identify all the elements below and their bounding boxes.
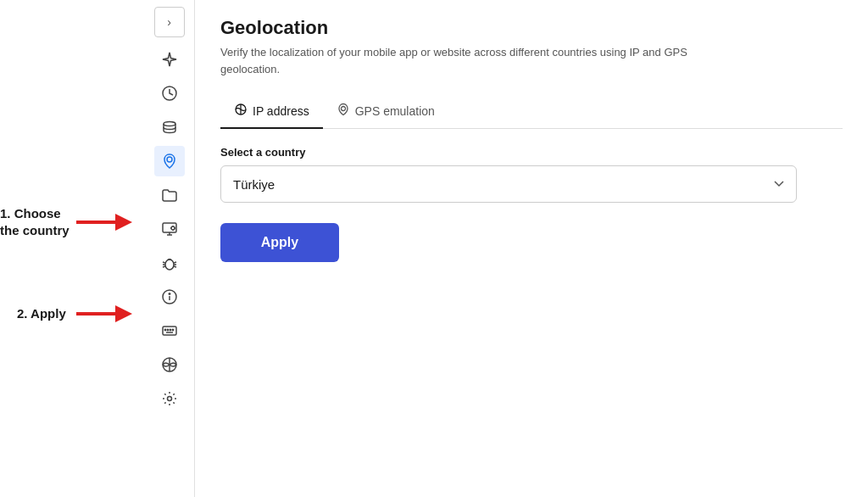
svg-point-16 bbox=[172, 329, 173, 330]
svg-point-11 bbox=[169, 293, 170, 295]
sidebar: › bbox=[144, 0, 195, 497]
annotations-panel: 1. Choose the country 2. Apply bbox=[0, 0, 144, 497]
sidebar-icon-settings[interactable] bbox=[154, 383, 185, 414]
tab-gps-emulation[interactable]: GPS emulation bbox=[323, 94, 448, 129]
sidebar-icon-info[interactable] bbox=[154, 282, 185, 312]
svg-point-9 bbox=[165, 260, 174, 270]
svg-marker-3 bbox=[115, 305, 132, 322]
annotation-choose-arrow bbox=[76, 212, 136, 232]
sidebar-icon-database[interactable] bbox=[154, 112, 185, 142]
svg-point-15 bbox=[170, 329, 170, 330]
country-select[interactable]: Türkiye United States United Kingdom Ger… bbox=[220, 165, 797, 203]
svg-point-5 bbox=[164, 122, 175, 126]
annotation-apply-arrow bbox=[76, 304, 136, 324]
page-title: Geolocation bbox=[220, 17, 843, 39]
svg-point-14 bbox=[167, 329, 168, 330]
tab-ip-address-label: IP address bbox=[253, 104, 309, 118]
svg-marker-1 bbox=[115, 214, 132, 231]
tab-gps-emulation-label: GPS emulation bbox=[355, 104, 435, 118]
tab-ip-address[interactable]: IP address bbox=[220, 94, 323, 129]
annotation-apply: 2. Apply bbox=[17, 304, 136, 324]
annotation-choose-country-text: 1. Choose the country bbox=[0, 205, 76, 238]
sidebar-icon-keyboard[interactable] bbox=[154, 316, 185, 346]
ip-address-tab-icon bbox=[234, 103, 248, 119]
country-select-label: Select a country bbox=[220, 146, 843, 159]
page-description: Verify the localization of your mobile a… bbox=[220, 44, 746, 77]
apply-button[interactable]: Apply bbox=[220, 223, 339, 262]
tabs-bar: IP address GPS emulation bbox=[220, 94, 843, 129]
gps-tab-icon bbox=[337, 103, 350, 119]
svg-point-20 bbox=[341, 107, 345, 111]
svg-point-18 bbox=[167, 397, 171, 401]
sidebar-icon-sparkle[interactable] bbox=[154, 44, 185, 75]
annotation-choose-country: 1. Choose the country bbox=[0, 205, 136, 238]
annotation-apply-text: 2. Apply bbox=[17, 305, 76, 322]
sidebar-icon-network[interactable] bbox=[154, 349, 185, 380]
sidebar-icon-folder[interactable] bbox=[154, 180, 185, 210]
sidebar-icon-bug[interactable] bbox=[154, 248, 185, 278]
sidebar-icon-clock[interactable] bbox=[154, 78, 185, 109]
main-content: Geolocation Verify the localization of y… bbox=[195, 0, 868, 497]
sidebar-icon-monitor-settings[interactable] bbox=[154, 214, 185, 244]
sidebar-icon-location[interactable] bbox=[154, 146, 185, 176]
svg-rect-0 bbox=[76, 221, 115, 224]
svg-rect-2 bbox=[76, 312, 115, 316]
svg-point-6 bbox=[167, 157, 172, 162]
svg-point-8 bbox=[171, 226, 175, 230]
sidebar-toggle-button[interactable]: › bbox=[154, 7, 185, 37]
svg-point-13 bbox=[164, 329, 165, 330]
